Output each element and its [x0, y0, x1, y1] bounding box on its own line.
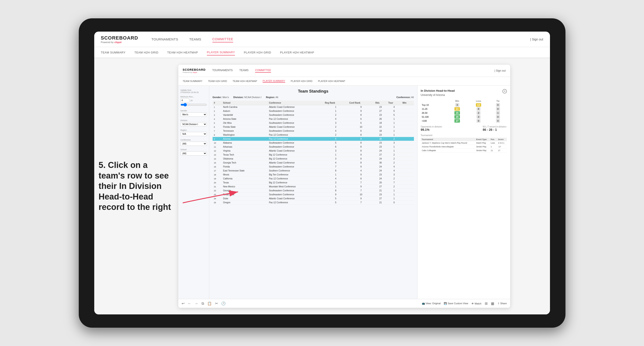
save-custom-button[interactable]: 💾 Save Custom View: [444, 302, 468, 305]
sub-nav-team-summary[interactable]: TEAM SUMMARY: [101, 50, 126, 55]
conference-filter: Conference (All): [180, 139, 207, 146]
h2h-row: 26-50 25 2 1: [421, 111, 507, 115]
app-sub-nav: TEAM SUMMARY TEAM H2H GRID TEAM H2H HEAT…: [178, 77, 510, 86]
table-row[interactable]: 21 New Mexico Mountain West Conference 1…: [212, 185, 414, 189]
filter-panel: Update time: 27/03/2024 16:56:26 Minimum…: [178, 86, 209, 299]
update-time: Update time: 27/03/2024 16:56:26: [180, 89, 207, 93]
sub-nav-player-h2h-heatmap[interactable]: PLAYER H2H HEATMAP: [280, 50, 314, 55]
h2h-close-button[interactable]: ✕: [502, 89, 507, 93]
app-sub-player-summary[interactable]: PLAYER SUMMARY: [262, 80, 285, 83]
table-row[interactable]: 7 Tennessee Southeastern Conference 4 6 …: [212, 129, 414, 133]
min-rou-filter: Minimum Rou... 20: [180, 96, 207, 107]
app-nav-tournaments[interactable]: TOURNAMENTS: [212, 69, 232, 73]
tournament-row[interactable]: Jackson T. Stephens Cup Men's Match-Play…: [421, 141, 507, 145]
h2h-opponents-value: 99.1%: [421, 128, 442, 132]
table-row[interactable]: 22 Georgia Southeastern Conference 8 7 2…: [212, 189, 414, 193]
app-nav-committee[interactable]: COMMITTEE: [255, 69, 271, 73]
tcol-score: Score: [497, 138, 506, 141]
col-school: School: [222, 101, 268, 105]
app-sub-team-h2h-grid[interactable]: TEAM H2H GRID: [208, 80, 227, 82]
division-filter: Division NCAA Division I: [180, 119, 207, 126]
h2h-col-win: Win: [446, 99, 468, 103]
col-rds: Rds: [374, 101, 387, 105]
sign-out-button[interactable]: | Sign out: [530, 37, 543, 41]
tournament-row[interactable]: Cabo Collegiate Stroke Play 11 17: [421, 149, 507, 153]
table-row[interactable]: 2 Auburn Southeastern Conference 1 9 27 …: [212, 109, 414, 113]
table-row[interactable]: 8 Washington Pac-12 Conference 2 8 23 1: [212, 133, 414, 137]
table-row[interactable]: 18 Illinois Big Ten Conference 1 9 23 3: [212, 173, 414, 177]
table-row[interactable]: 5 Ole Miss Southeastern Conference 3 6 1…: [212, 121, 414, 125]
table-row[interactable]: 15 Georgia Tech Atlantic Coast Conferenc…: [212, 161, 414, 165]
nav-tournaments[interactable]: TOURNAMENTS: [151, 36, 178, 42]
app-body: Update time: 27/03/2024 16:56:26 Minimum…: [178, 86, 510, 299]
table-row[interactable]: 13 Texas Tech Big 12 Conference 1 9 27 2: [212, 153, 414, 157]
h2h-title: In Division Head-to-Head: [421, 89, 455, 92]
table-row[interactable]: 17 East Tennessee State Southern Confere…: [212, 169, 414, 173]
table-row[interactable]: 11 Arkansas Southeastern Conference 6 8 …: [212, 145, 414, 149]
min-rou-slider[interactable]: [180, 103, 207, 107]
tcol-tournament: Tournament: [421, 138, 475, 141]
app-window: SCOREBOARD Powered by clippd TOURNAMENTS…: [178, 65, 510, 308]
table-row[interactable]: 4 Arizona State Pac-12 Conference 4 6 26…: [212, 117, 414, 121]
tournament-row[interactable]: Arizona Thunderbirds Intercollegiate Str…: [421, 145, 507, 149]
share-button[interactable]: ⇧ Share: [498, 302, 506, 305]
h2h-tournaments-section: Tournament Tournament Event Type Pos Sco…: [421, 134, 507, 153]
table-row[interactable]: 9 Arizona Pac-12 Conference 5 8 30 2: [212, 137, 414, 141]
table-row[interactable]: 24 Duke Atlantic Coast Conference 5 9 27…: [212, 197, 414, 201]
h2h-team-name: University of Arizona: [421, 93, 507, 97]
table-row[interactable]: 20 Texas Big 12 Conference 3 7 20 7: [212, 181, 414, 185]
h2h-breakdown-table: Win Loss Tie Top 10 3 13 0 11-25 11 8 0 …: [421, 99, 507, 123]
tournament-table: Tournament Event Type Pos Score Jackson …: [421, 138, 507, 153]
min-rou-input[interactable]: [180, 99, 189, 102]
forward-button[interactable]: →: [195, 302, 198, 306]
clock-button[interactable]: 🕐: [221, 301, 226, 306]
app-logo-sub: Powered by clippd: [183, 71, 206, 73]
h2h-row: >100 27 0 0: [421, 119, 507, 123]
school-select[interactable]: (All): [180, 151, 207, 156]
gender-select[interactable]: Men's Women's: [180, 112, 207, 117]
table-row[interactable]: 3 Vanderbilt Southeastern Conference 2 8…: [212, 113, 414, 117]
view-original-button[interactable]: 📺 View: Original: [422, 302, 441, 305]
standings-title: Team Standings: [212, 89, 414, 94]
app-sign-out[interactable]: | Sign out: [494, 69, 506, 72]
main-nav: TOURNAMENTS TEAMS COMMITTEE: [151, 36, 233, 42]
app-sub-player-h2h-heatmap[interactable]: PLAYER H2H HEATMAP: [318, 80, 345, 82]
table-row[interactable]: 12 Virginia Atlantic Coast Conference 3 …: [212, 149, 414, 153]
undo-button[interactable]: ↩: [182, 301, 184, 306]
sub-nav-player-h2h-grid[interactable]: PLAYER H2H GRID: [244, 50, 271, 55]
table-row[interactable]: 1 North Carolina Atlantic Coast Conferen…: [212, 105, 414, 109]
paste-button[interactable]: 📋: [207, 301, 212, 306]
sub-nav-player-summary[interactable]: PLAYER SUMMARY: [207, 49, 235, 55]
watch-button[interactable]: 👁 Watch: [472, 302, 482, 305]
division-select[interactable]: NCAA Division I: [180, 122, 207, 126]
table-row[interactable]: 19 California Pac-12 Conference 4 8 24 2: [212, 177, 414, 181]
conference-select[interactable]: (All): [180, 142, 207, 146]
app-sub-player-h2h-grid[interactable]: PLAYER H2H GRID: [291, 80, 312, 82]
col-tour: Tour: [387, 101, 401, 105]
region-select[interactable]: N/A: [180, 132, 207, 136]
standings-table: # School Conference Reg Rank Conf Rank R…: [212, 101, 414, 205]
back-button[interactable]: ←: [188, 302, 191, 306]
grid-icon[interactable]: ▦: [491, 301, 494, 306]
table-row[interactable]: 6 Florida State Atlantic Coast Conferenc…: [212, 125, 414, 129]
sub-nav-team-h2h-heatmap[interactable]: TEAM H2H HEATMAP: [167, 50, 198, 55]
table-row[interactable]: 25 Oregon Pac-12 Conference 5 7 21 0: [212, 201, 414, 205]
app-sub-team-summary[interactable]: TEAM SUMMARY: [183, 80, 203, 82]
sub-nav: TEAM SUMMARY TEAM H2H GRID TEAM H2H HEAT…: [94, 47, 550, 58]
copy-button[interactable]: ⧉: [202, 302, 204, 306]
app-nav-teams[interactable]: TEAMS: [239, 69, 248, 73]
app-sub-team-h2h-heatmap[interactable]: TEAM H2H HEATMAP: [232, 80, 257, 82]
table-row[interactable]: 14 Oklahoma Big 12 Conference 3 8 24 2: [212, 157, 414, 161]
table-row[interactable]: 16 Florida Southeastern Conference 7 9 2…: [212, 165, 414, 169]
table-row[interactable]: 10 Alabama Southeastern Conference 5 8 2…: [212, 141, 414, 145]
cut-button[interactable]: ✂: [215, 301, 218, 306]
top-nav: SCOREBOARD Powered by clippd TOURNAMENTS…: [94, 32, 550, 47]
nav-committee[interactable]: COMMITTEE: [212, 36, 234, 42]
h2h-stats: Opponents in division: 99.1% W-L-T recor…: [421, 126, 507, 132]
table-row[interactable]: 23 Texas A&M Southeastern Conference 9 1…: [212, 193, 414, 197]
nav-teams[interactable]: TEAMS: [189, 36, 201, 42]
tablet-icon[interactable]: ⊞: [485, 301, 488, 306]
sub-nav-team-h2h-grid[interactable]: TEAM H2H GRID: [134, 50, 158, 55]
tcol-event-type: Event Type: [475, 138, 490, 141]
col-conf-rank: Conf Rank: [348, 101, 374, 105]
